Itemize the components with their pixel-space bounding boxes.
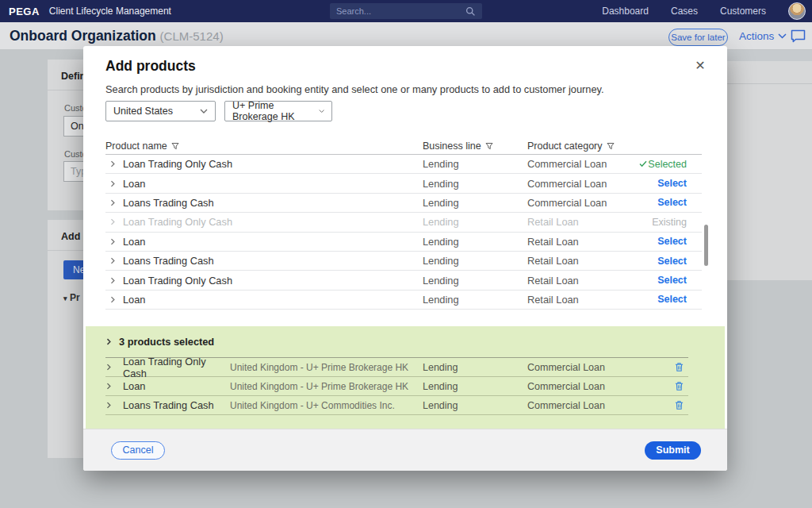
selected-row: Loans Trading Cash United Kingdom - U+ C… bbox=[105, 396, 688, 415]
modal-title: Add products bbox=[105, 58, 196, 75]
action-label: Selected bbox=[648, 159, 687, 170]
business-line: Lending bbox=[423, 400, 527, 411]
selected-status: Selected bbox=[638, 159, 702, 170]
nav-dashboard[interactable]: Dashboard bbox=[602, 6, 649, 17]
table-row: Loans Trading Cash Lending Retail Loan S… bbox=[105, 252, 702, 271]
table-row: Loan Lending Retail Loan Select bbox=[105, 291, 702, 310]
entity-value: U+ Prime Brokerage HK bbox=[232, 100, 311, 122]
selected-row: Loan United Kingdom - U+ Prime Brokerage… bbox=[105, 377, 688, 396]
product-name: Loan bbox=[123, 236, 423, 248]
filter-icon[interactable] bbox=[607, 142, 615, 150]
close-icon[interactable]: ✕ bbox=[691, 57, 709, 75]
divider bbox=[723, 83, 812, 84]
product-category: Commercial Loan bbox=[527, 400, 638, 411]
select-link[interactable]: Select bbox=[638, 197, 702, 208]
case-id: (CLM-5124) bbox=[160, 29, 224, 43]
trash-icon[interactable] bbox=[638, 400, 688, 410]
product-name: Loan bbox=[123, 380, 230, 392]
chevron-right-icon[interactable] bbox=[105, 160, 123, 167]
business-line: Lending bbox=[423, 255, 527, 267]
select-link[interactable]: Select bbox=[638, 178, 702, 189]
save-for-later-button[interactable]: Save for later bbox=[668, 29, 728, 46]
business-line: Lending bbox=[423, 178, 527, 190]
table-row: Loans Trading Cash Lending Commercial Lo… bbox=[105, 194, 702, 213]
jurisdiction-value: United States bbox=[113, 106, 173, 117]
trash-icon[interactable] bbox=[638, 381, 688, 391]
jurisdiction-entity: United Kingdom - U+ Prime Brokerage HK bbox=[230, 381, 423, 392]
global-search[interactable] bbox=[330, 3, 482, 19]
modal-description: Search products by jurisdiction and book… bbox=[105, 83, 604, 95]
col-business-line[interactable]: Business line bbox=[423, 140, 481, 152]
product-category: Commercial Loan bbox=[527, 158, 638, 170]
table-scrollbar[interactable] bbox=[704, 225, 708, 266]
select-link[interactable]: Select bbox=[638, 275, 702, 286]
actions-button[interactable]: Actions bbox=[739, 30, 787, 42]
product-name: Loan Trading Only Cash bbox=[123, 216, 423, 228]
chat-icon[interactable] bbox=[791, 29, 806, 46]
chevron-right-icon[interactable] bbox=[105, 218, 123, 225]
business-line: Lending bbox=[423, 275, 527, 287]
product-name: Loan bbox=[123, 178, 423, 190]
products-section-toggle[interactable]: ▾ Pr bbox=[63, 292, 80, 303]
modal-footer: Cancel Submit bbox=[83, 429, 727, 471]
caret-down-icon: ▾ bbox=[63, 294, 67, 302]
jurisdiction-dropdown[interactable]: United States bbox=[105, 101, 216, 121]
filter-icon[interactable] bbox=[485, 142, 493, 150]
col-product-name[interactable]: Product name bbox=[105, 140, 167, 152]
product-name: Loan Trading Only Cash bbox=[123, 275, 423, 287]
table-row: Loan Lending Retail Loan Select bbox=[105, 233, 702, 252]
page-title: Onboard Organization (CLM-5124) bbox=[10, 28, 224, 44]
products-section-label: Pr bbox=[70, 292, 80, 303]
user-avatar[interactable] bbox=[788, 2, 806, 20]
product-name: Loan Trading Only Cash bbox=[123, 356, 230, 379]
chevron-right-icon[interactable] bbox=[105, 199, 123, 206]
product-name: Loans Trading Cash bbox=[123, 255, 423, 267]
business-line: Lending bbox=[423, 236, 527, 248]
select-link[interactable]: Select bbox=[638, 294, 702, 305]
pega-logo: PEGA bbox=[9, 6, 40, 17]
selected-count-label: 3 products selected bbox=[119, 336, 214, 348]
search-input[interactable] bbox=[336, 6, 465, 16]
select-link[interactable]: Select bbox=[638, 236, 702, 247]
chevron-right-icon[interactable] bbox=[105, 277, 123, 284]
product-name: Loan bbox=[123, 294, 423, 306]
nav-customers[interactable]: Customers bbox=[720, 6, 766, 17]
product-category: Commercial Loan bbox=[527, 197, 638, 209]
trash-icon[interactable] bbox=[638, 362, 688, 372]
chevron-down-icon bbox=[778, 33, 787, 39]
chevron-right-icon[interactable] bbox=[105, 383, 123, 390]
product-category: Commercial Loan bbox=[527, 362, 638, 373]
right-background-card bbox=[723, 50, 812, 280]
chevron-right-icon[interactable] bbox=[105, 238, 123, 245]
submit-button[interactable]: Submit bbox=[645, 441, 701, 460]
nav-cases[interactable]: Cases bbox=[671, 6, 698, 17]
chevron-right-icon[interactable] bbox=[105, 257, 123, 264]
business-line: Lending bbox=[423, 381, 527, 392]
existing-status: Existing bbox=[638, 217, 702, 228]
booking-entity-dropdown[interactable]: U+ Prime Brokerage HK bbox=[224, 101, 332, 121]
selected-panel-header[interactable]: 3 products selected bbox=[105, 326, 688, 358]
chevron-right-icon[interactable] bbox=[105, 338, 113, 345]
cancel-button[interactable]: Cancel bbox=[111, 441, 165, 460]
table-header: Product name Business line Product categ… bbox=[105, 137, 702, 155]
app-title: Client Lifecycle Management bbox=[49, 6, 171, 17]
search-icon[interactable] bbox=[465, 6, 476, 17]
table-row: Loan Trading Only Cash Lending Commercia… bbox=[105, 155, 702, 174]
product-category: Retail Loan bbox=[527, 255, 638, 267]
products-table: Product name Business line Product categ… bbox=[105, 137, 702, 310]
col-product-category[interactable]: Product category bbox=[527, 140, 603, 152]
chevron-right-icon[interactable] bbox=[105, 296, 123, 303]
chevron-right-icon[interactable] bbox=[105, 180, 123, 187]
business-line: Lending bbox=[423, 362, 527, 373]
right-card-header bbox=[723, 50, 812, 61]
product-name: Loan Trading Only Cash bbox=[123, 158, 423, 170]
filter-icon[interactable] bbox=[171, 142, 179, 150]
selected-products-panel: 3 products selected Loan Trading Only Ca… bbox=[86, 326, 725, 429]
product-category: Commercial Loan bbox=[527, 178, 638, 190]
select-link[interactable]: Select bbox=[638, 256, 702, 267]
jurisdiction-entity: United Kingdom - U+ Commodities Inc. bbox=[230, 400, 423, 411]
product-category: Retail Loan bbox=[527, 294, 638, 306]
case-title: Onboard Organization bbox=[10, 28, 156, 44]
chevron-right-icon[interactable] bbox=[105, 364, 123, 371]
chevron-right-icon[interactable] bbox=[105, 402, 123, 409]
